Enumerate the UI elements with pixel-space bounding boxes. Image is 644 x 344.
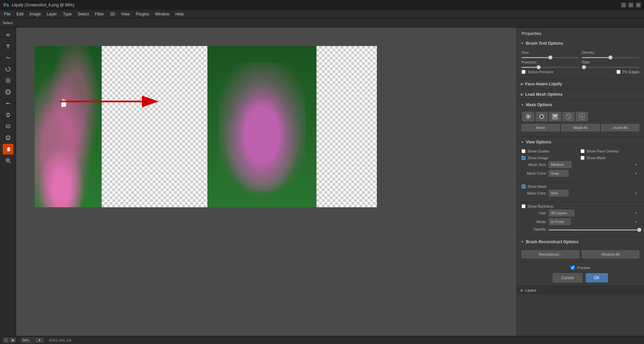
size-label: Size: [522, 50, 543, 54]
mask-icon-5[interactable] [576, 112, 588, 121]
preview-checkbox[interactable] [571, 265, 575, 270]
show-mask-checkbox[interactable] [522, 184, 526, 188]
mode-wrapper[interactable]: In Front Behind Blend [549, 218, 639, 225]
opacity-slider-track[interactable] [549, 229, 639, 230]
mask-icon-1[interactable] [522, 112, 534, 121]
tool-zoom[interactable] [3, 155, 13, 166]
svg-point-13 [8, 137, 9, 138]
mask-icon-2[interactable] [536, 112, 548, 121]
tool-freeze-mask[interactable] [3, 110, 13, 120]
tool-bloat[interactable] [3, 87, 13, 97]
show-face-overlay-checkbox[interactable] [581, 149, 585, 153]
panel-title: Properties [522, 31, 541, 36]
pressure-slider-row: Pressure: [522, 60, 579, 64]
rate-slider-track[interactable] [582, 67, 640, 68]
stylus-pressure-row: Stylus Pressure [522, 70, 553, 74]
mask-icon-3[interactable] [549, 112, 561, 121]
menu-type[interactable]: Type [60, 11, 74, 17]
size-density-row: Size: Density: [522, 50, 639, 58]
tool-thaw-mask[interactable] [3, 121, 13, 132]
face-aware-arrow: ▶ [521, 82, 523, 86]
menu-image[interactable]: Image [27, 11, 43, 17]
tool-warp[interactable] [3, 30, 13, 40]
mask-options-header[interactable]: ▼ Mask Options [517, 100, 644, 110]
mask-color-wrapper[interactable]: Red Green Blue [549, 190, 639, 197]
menu-window[interactable]: Window [152, 11, 172, 17]
face-aware-section: ▶ Face-Aware Liquify [517, 79, 644, 89]
menu-layer[interactable]: Layer [44, 11, 59, 17]
close-button[interactable]: ✕ [636, 3, 641, 7]
minimize-button[interactable]: ─ [621, 3, 626, 7]
tool-pucker[interactable] [3, 75, 13, 86]
svg-point-4 [6, 90, 10, 94]
rate-slider-thumb[interactable] [582, 65, 586, 69]
restore-all-button[interactable]: Restore All [582, 250, 640, 258]
reconstruct-button[interactable]: Reconstruct... [522, 250, 579, 258]
use-select[interactable]: All Layers [549, 210, 575, 216]
view-options-content: Show Guides Show Face Overlay Show Image… [517, 147, 644, 182]
menu-3d[interactable]: 3D [107, 11, 117, 17]
show-mesh-checkbox[interactable] [581, 156, 585, 160]
mask-all-button[interactable]: Mask All [561, 124, 599, 131]
menu-plugins[interactable]: Plugins [133, 11, 152, 17]
density-slider-thumb[interactable] [608, 55, 612, 59]
pin-edges-checkbox[interactable] [616, 70, 621, 74]
opacity-slider-thumb[interactable] [637, 228, 641, 232]
tool-twirl-clockwise[interactable] [3, 64, 13, 75]
none-button[interactable]: None [522, 124, 560, 131]
show-image-checkbox[interactable] [522, 156, 526, 160]
face-aware-header[interactable]: ▶ Face-Aware Liquify [517, 79, 644, 89]
view-options-arrow: ▼ [521, 140, 524, 144]
cancel-button[interactable]: Cancel [553, 273, 582, 283]
action-buttons: Cancel OK [522, 273, 639, 283]
zoom-dropdown-btn[interactable]: ▼ [36, 338, 43, 343]
view-options-title: View Options [526, 140, 551, 144]
size-slider-thumb[interactable] [548, 55, 552, 59]
mask-icon-4[interactable] [562, 112, 575, 121]
maximize-button[interactable]: □ [629, 3, 633, 7]
tool-smooth[interactable] [3, 52, 13, 63]
tool-reconstruct[interactable] [3, 41, 13, 52]
menu-file[interactable]: File [1, 11, 13, 17]
brush-tool-options-header[interactable]: ▼ Brush Tool Options [517, 38, 644, 48]
show-guides-label: Show Guides [528, 149, 549, 153]
mesh-color-wrapper[interactable]: Gray Red Green Blue [549, 170, 639, 177]
load-mesh-header[interactable]: ▶ Load Mesh Options [517, 89, 644, 99]
mesh-size-wrapper[interactable]: Medium Small Large [549, 161, 639, 168]
view-options-header[interactable]: ▼ View Options [517, 137, 644, 147]
mask-color-select[interactable]: Red Green Blue [549, 190, 568, 197]
menu-help[interactable]: Help [173, 11, 187, 17]
tool-push-left[interactable] [3, 98, 13, 109]
menu-select[interactable]: Select [75, 11, 91, 17]
menu-view[interactable]: View [118, 11, 133, 17]
use-wrapper[interactable]: All Layers [549, 210, 639, 216]
svg-line-26 [566, 115, 571, 119]
stylus-pressure-checkbox[interactable] [522, 70, 526, 74]
density-slider-fill [582, 57, 611, 58]
brush-reconstruct-header[interactable]: ▼ Brush Reconstruct Options [517, 237, 644, 247]
show-guides-row: Show Guides [522, 149, 581, 153]
show-mask-label: Show Mask [528, 184, 547, 188]
canvas-large-btn[interactable]: ■ [10, 338, 15, 343]
tool-face[interactable] [3, 132, 13, 143]
ok-button[interactable]: OK [586, 273, 608, 283]
pressure-slider-track[interactable] [522, 67, 579, 68]
layers-panel-header[interactable]: ▶ Layers [517, 286, 644, 294]
invert-all-button[interactable]: Invert All [601, 124, 639, 131]
show-guides-checkbox[interactable] [522, 149, 526, 153]
window-controls[interactable]: ─ □ ✕ [621, 3, 641, 7]
pressure-slider-thumb[interactable] [537, 65, 541, 69]
show-backdrop-label: Show Backdrop [528, 204, 553, 208]
canvas-area[interactable] [16, 28, 516, 336]
mode-select[interactable]: In Front Behind Blend [549, 218, 571, 225]
show-backdrop-checkbox[interactable] [522, 204, 526, 208]
mesh-color-select[interactable]: Gray Red Green Blue [549, 170, 568, 177]
canvas-small-btn[interactable]: □ [3, 338, 9, 343]
menu-filter[interactable]: Filter [92, 11, 107, 17]
size-slider-track[interactable] [522, 57, 579, 58]
menu-edit[interactable]: Edit [14, 11, 26, 17]
density-slider-track[interactable] [582, 57, 640, 58]
zoom-input[interactable] [21, 338, 34, 343]
mesh-size-select[interactable]: Medium Small Large [549, 161, 572, 168]
tool-hand[interactable] [3, 144, 13, 155]
